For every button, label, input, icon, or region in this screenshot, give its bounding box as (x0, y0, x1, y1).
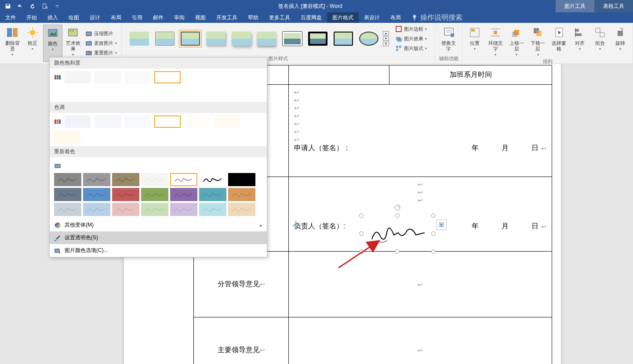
picture-style-2[interactable] (153, 30, 176, 47)
save-button[interactable] (3, 1, 13, 11)
resize-handle-mr[interactable] (431, 231, 436, 236)
wrap-text-button[interactable]: 环绕文字▾ (485, 25, 506, 58)
tab-design[interactable]: 设计 (84, 12, 106, 23)
resize-handle-br[interactable] (431, 249, 436, 254)
picture-style-7[interactable] (281, 30, 304, 47)
rotate-handle[interactable] (394, 204, 401, 211)
tab-baidu[interactable]: 百度网盘 (295, 12, 327, 23)
recolor-swatch[interactable] (83, 173, 110, 186)
recolor-swatch[interactable] (199, 188, 226, 201)
table-cell[interactable]: ↩ (289, 317, 552, 364)
saturation-swatch[interactable] (184, 71, 211, 83)
change-picture-button[interactable]: 更改图片▾ (84, 39, 119, 48)
selection-pane-button[interactable]: 选择窗格 (549, 25, 569, 58)
tab-draw[interactable]: 绘图 (63, 12, 84, 23)
table-cell[interactable] (289, 65, 389, 85)
resize-handle-tc[interactable] (395, 213, 400, 218)
reset-picture-button[interactable]: 重置图片▾ (84, 49, 119, 58)
tab-help[interactable]: 帮助 (243, 12, 264, 23)
layout-options-button[interactable] (436, 220, 447, 230)
recolor-swatch[interactable] (54, 203, 81, 216)
tone-swatch[interactable] (95, 115, 121, 128)
tab-view[interactable]: 视图 (190, 12, 211, 23)
tab-more-tools[interactable]: 更多工具 (264, 12, 295, 23)
table-cell[interactable]: ↩ (289, 252, 552, 317)
tone-swatch[interactable] (214, 115, 240, 128)
rotate-button[interactable]: 旋转▾ (611, 25, 630, 58)
picture-style-10[interactable] (357, 30, 380, 47)
picture-style-6[interactable] (255, 30, 278, 47)
tone-swatch[interactable] (124, 115, 151, 128)
recolor-swatch[interactable] (83, 188, 110, 201)
tab-file[interactable]: 文件 (0, 12, 21, 23)
tab-table-layout[interactable]: 布局 (385, 12, 406, 23)
picture-effects-button[interactable]: 图片效果▾ (393, 34, 429, 43)
table-cell[interactable]: 主要领导意见↩ (194, 317, 289, 364)
recolor-swatch[interactable] (170, 203, 197, 216)
tab-insert[interactable]: 插入 (42, 12, 63, 23)
picture-style-8[interactable] (306, 30, 329, 47)
saturation-swatch[interactable] (54, 87, 80, 99)
color-button[interactable]: 颜色 ▾ (43, 25, 62, 62)
saturation-swatch-selected[interactable] (154, 71, 181, 83)
recolor-swatch-selected[interactable] (170, 173, 197, 186)
picture-border-button[interactable]: 图片边框▾ (393, 25, 429, 33)
resize-handle-bl[interactable] (359, 249, 364, 254)
recolor-swatch[interactable] (228, 188, 255, 201)
qat-customize-button[interactable] (52, 1, 62, 11)
context-tab-picture[interactable]: 图片工具 (556, 0, 594, 12)
resize-handle-bc[interactable] (395, 249, 400, 254)
recolor-swatch[interactable] (228, 173, 255, 186)
context-tab-table[interactable]: 表格工具 (594, 0, 633, 12)
tone-swatch-selected[interactable] (154, 115, 181, 128)
recolor-swatch[interactable] (54, 188, 81, 201)
picture-style-4[interactable] (204, 30, 227, 47)
set-transparent-color-item[interactable]: 设置透明色(S) (50, 231, 267, 244)
picture-color-options-item[interactable]: 图片颜色选项(C)... (50, 244, 267, 257)
recolor-swatch[interactable] (112, 173, 139, 186)
picture-style-9[interactable] (332, 30, 355, 47)
recolor-swatch[interactable] (54, 173, 81, 186)
resize-handle-ml[interactable] (359, 231, 364, 236)
gallery-more-button[interactable]: ▴▾▾ (383, 31, 391, 46)
more-variants-item[interactable]: 其他变体(M) ▸ (50, 219, 267, 231)
group-button[interactable]: 组合▾ (590, 25, 610, 58)
picture-layout-button[interactable]: 图片版式▾ (393, 44, 429, 53)
saturation-swatch[interactable] (124, 71, 151, 83)
bring-forward-button[interactable]: 上移一层▾ (506, 25, 527, 58)
tab-picture-format[interactable]: 图片格式 (327, 12, 359, 23)
artistic-effects-button[interactable]: 艺术效果 ▾ (63, 25, 83, 62)
recolor-swatch[interactable] (141, 203, 168, 216)
tab-mailings[interactable]: 邮件 (148, 12, 169, 23)
resize-handle-tl[interactable] (359, 213, 364, 218)
tell-me-search[interactable]: 操作说明搜索 (406, 13, 468, 22)
recolor-swatch[interactable] (141, 173, 168, 186)
saturation-swatch[interactable] (65, 71, 91, 83)
corrections-button[interactable]: 校正 ▾ (23, 25, 42, 62)
table-cell[interactable]: 加班系月时间 (389, 65, 552, 85)
redo-button[interactable] (27, 1, 38, 11)
recolor-swatch[interactable] (228, 203, 255, 216)
compress-pictures-button[interactable]: 压缩图片 (84, 29, 119, 38)
signature-image[interactable] (363, 217, 432, 250)
tone-swatch[interactable] (65, 115, 91, 128)
recolor-swatch[interactable] (83, 203, 110, 216)
send-backward-button[interactable]: 下移一层▾ (528, 25, 548, 58)
tone-swatch[interactable] (184, 115, 211, 128)
picture-style-5[interactable] (230, 30, 253, 47)
tab-table-design[interactable]: 表设计 (359, 12, 385, 23)
picture-style-1[interactable] (128, 30, 151, 47)
remove-background-button[interactable]: 删除背景 ▾ (3, 25, 22, 62)
table-cell[interactable]: ↩↩↩↩↩↩↩ 申请人（签名）：年月日↩ (289, 85, 552, 177)
undo-button[interactable] (15, 1, 25, 11)
recolor-swatch[interactable] (199, 173, 226, 186)
print-preview-button[interactable] (40, 1, 50, 11)
table-cell[interactable]: 分管领导意见↩ (194, 252, 289, 317)
tone-swatch[interactable] (54, 131, 80, 144)
recolor-swatch[interactable] (112, 203, 139, 216)
recolor-swatch[interactable] (199, 203, 226, 216)
recolor-swatch[interactable] (170, 188, 197, 201)
alt-text-button[interactable]: 替换文字 (438, 25, 459, 53)
saturation-swatch[interactable] (214, 71, 240, 83)
tab-developer[interactable]: 开发工具 (211, 12, 243, 23)
